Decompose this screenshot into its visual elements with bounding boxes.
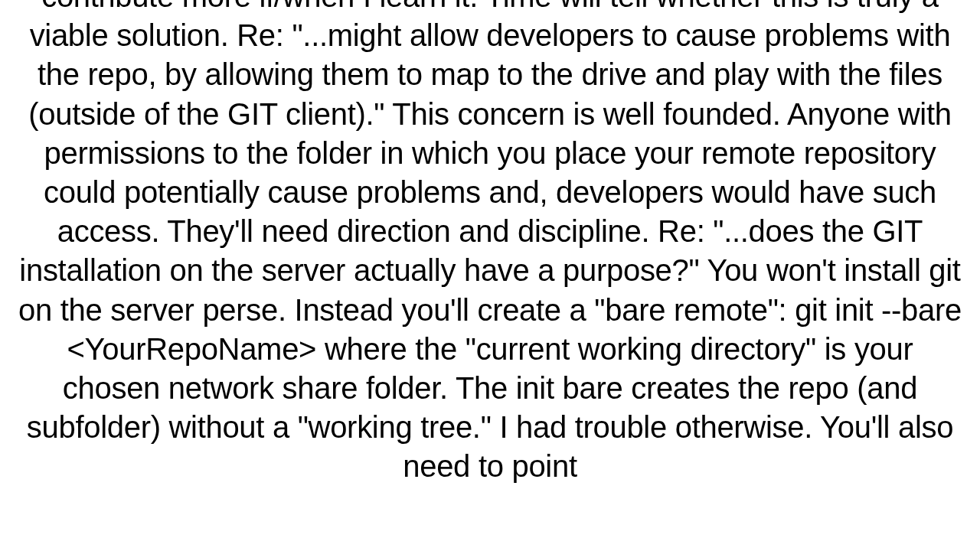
body-paragraph: contribute more if/when I learn it. Time…: [15, 0, 965, 486]
document-content: contribute more if/when I learn it. Time…: [0, 0, 980, 486]
